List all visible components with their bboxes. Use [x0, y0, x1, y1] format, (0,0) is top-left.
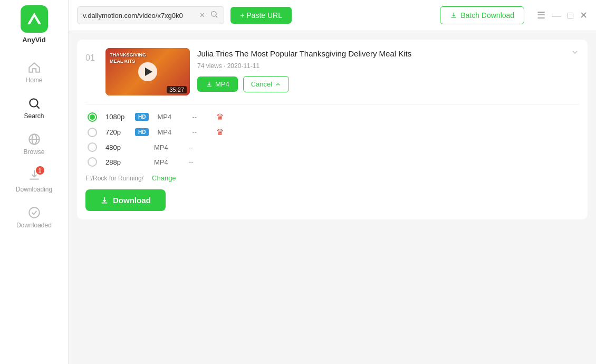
svg-point-0	[30, 99, 37, 107]
quality-format-288p: MP4	[154, 158, 180, 166]
logo-area: AnyVid	[21, 5, 48, 44]
paste-url-button[interactable]: + Paste URL	[230, 7, 292, 24]
quality-format-1080p: MP4	[157, 113, 184, 121]
quality-size-480p: --	[189, 143, 205, 151]
close-button[interactable]: ✕	[580, 11, 588, 20]
maximize-button[interactable]: □	[568, 11, 573, 20]
video-header: 01 THANKSGIVINGMEAL KITS 35:27 Julia Tri…	[85, 48, 579, 95]
url-search-button[interactable]	[210, 10, 218, 21]
sidebar-item-downloading-label: Downloading	[16, 186, 52, 193]
sidebar-item-home[interactable]: Home	[0, 54, 68, 90]
quality-size-720p: --	[192, 128, 208, 136]
minimize-button[interactable]: —	[552, 11, 561, 20]
video-actions: MP4 Cancel	[197, 76, 563, 92]
hd-badge-1080p: HD	[135, 113, 149, 121]
quality-format-720p: MP4	[157, 128, 184, 136]
thumb-duration: 35:27	[167, 86, 187, 93]
thumb-play-button[interactable]	[138, 62, 157, 81]
quality-radio-480p[interactable]	[88, 142, 97, 152]
download-path-row: F:/Rock for Running/ Change	[85, 174, 579, 182]
video-card: 01 THANKSGIVINGMEAL KITS 35:27 Julia Tri…	[77, 40, 588, 219]
mp4-label: MP4	[215, 80, 229, 88]
sidebar-item-search[interactable]: Search	[0, 90, 68, 126]
quality-row-480p[interactable]: 480p MP4 --	[85, 142, 579, 152]
url-input-area: ×	[77, 6, 224, 24]
batch-download-label: Batch Download	[460, 11, 514, 20]
svg-line-1	[36, 106, 39, 109]
svg-line-7	[216, 16, 217, 17]
premium-icon-720p: ♛	[216, 127, 224, 137]
quality-label-720p: 720p	[105, 128, 127, 136]
menu-button[interactable]: ☰	[537, 11, 545, 20]
sidebar: AnyVid Home Search Browse 1	[0, 0, 69, 364]
video-meta: 74 views · 2020-11-11	[197, 62, 563, 70]
quality-row-1080p[interactable]: 1080p HD MP4 -- ♛	[85, 112, 579, 122]
sidebar-item-search-label: Search	[24, 112, 44, 120]
batch-download-button[interactable]: Batch Download	[440, 6, 524, 24]
quality-row-288p[interactable]: 288p MP4 --	[85, 157, 579, 167]
cancel-label: Cancel	[251, 80, 272, 88]
window-controls: ☰ — □ ✕	[537, 11, 588, 20]
change-path-button[interactable]: Change	[152, 174, 176, 182]
content-area: 01 THANKSGIVINGMEAL KITS 35:27 Julia Tri…	[69, 31, 596, 364]
quality-format-480p: MP4	[154, 143, 180, 151]
mp4-download-button[interactable]: MP4	[197, 76, 238, 92]
premium-icon-1080p: ♛	[216, 112, 224, 122]
sidebar-item-downloading[interactable]: 1 Downloading	[0, 162, 68, 199]
topbar: × + Paste URL Batch Download ☰ — □ ✕	[69, 0, 596, 31]
quality-row-720p[interactable]: 720p HD MP4 -- ♛	[85, 127, 579, 137]
svg-point-5	[29, 207, 40, 218]
quality-radio-1080p[interactable]	[88, 112, 97, 122]
main-area: × + Paste URL Batch Download ☰ — □ ✕	[69, 0, 596, 364]
thumb-text: THANKSGIVINGMEAL KITS	[110, 52, 146, 64]
sidebar-item-downloaded-label: Downloaded	[16, 222, 52, 229]
quality-label-480p: 480p	[105, 143, 127, 151]
video-title: Julia Tries The Most Popular Thanksgivin…	[197, 48, 563, 59]
sidebar-item-downloaded[interactable]: Downloaded	[0, 199, 68, 235]
sidebar-item-browse-label: Browse	[23, 148, 44, 156]
download-button[interactable]: Download	[85, 189, 166, 211]
quality-options: 1080p HD MP4 -- ♛ 720p HD MP4 -- ♛	[85, 104, 579, 167]
url-clear-button[interactable]: ×	[199, 11, 206, 20]
svg-point-6	[212, 12, 216, 16]
url-input[interactable]	[83, 12, 195, 20]
expand-icon[interactable]	[571, 48, 579, 59]
quality-radio-720p[interactable]	[88, 128, 97, 137]
video-number: 01	[85, 53, 98, 63]
quality-size-1080p: --	[192, 113, 208, 121]
quality-label-1080p: 1080p	[105, 113, 127, 121]
sidebar-item-browse[interactable]: Browse	[0, 126, 68, 162]
downloading-badge: 1	[36, 166, 44, 175]
video-info: Julia Tries The Most Popular Thanksgivin…	[197, 48, 563, 92]
downloading-badge-container: 1	[27, 168, 41, 184]
cancel-button[interactable]: Cancel	[243, 76, 289, 92]
quality-size-288p: --	[189, 158, 205, 166]
quality-label-288p: 288p	[105, 158, 127, 166]
sidebar-item-home-label: Home	[25, 76, 42, 84]
download-button-label: Download	[113, 196, 151, 205]
app-logo	[21, 5, 48, 33]
hd-badge-720p: HD	[135, 128, 149, 136]
video-thumbnail[interactable]: THANKSGIVINGMEAL KITS 35:27	[105, 48, 190, 95]
app-name: AnyVid	[22, 36, 46, 44]
download-path-text: F:/Rock for Running/	[85, 175, 143, 182]
quality-radio-288p[interactable]	[88, 157, 97, 167]
